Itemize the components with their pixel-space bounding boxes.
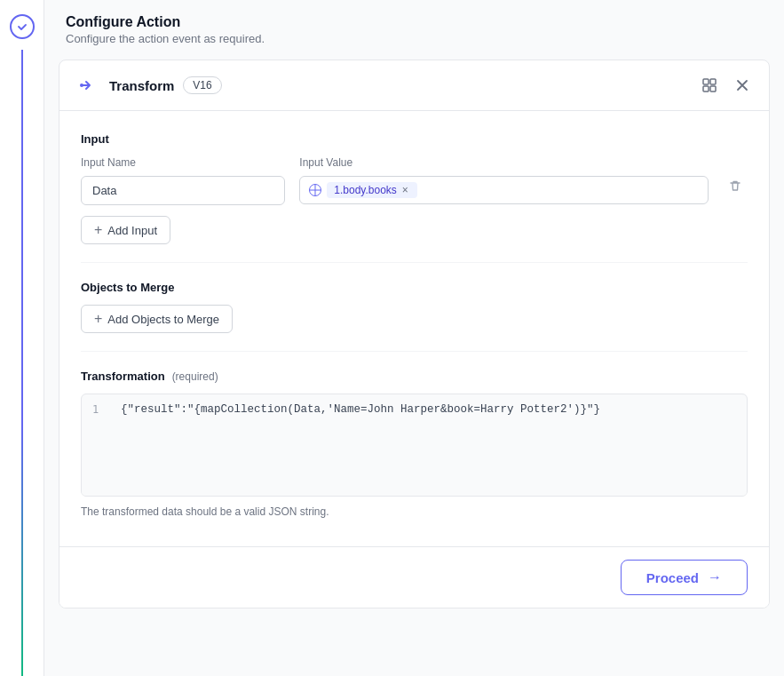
card-body: Input Input Name Input Value 1.body.book… [59, 111, 769, 546]
svg-point-0 [80, 84, 83, 87]
code-editor[interactable]: 1 {"result":"{mapCollection(Data,'Name=J… [81, 394, 748, 497]
delete-input-button[interactable] [723, 174, 748, 199]
add-input-button[interactable]: + Add Input [81, 216, 170, 244]
proceed-arrow-icon: → [708, 569, 722, 585]
line-number: 1 [92, 403, 110, 416]
page-title: Configure Action [66, 14, 763, 30]
input-row: Input Name Input Value 1.body.books × [81, 156, 748, 205]
objects-section-label: Objects to Merge [81, 281, 748, 294]
code-line-1: 1 {"result":"{mapCollection(Data,'Name=J… [82, 394, 747, 425]
transform-icon [75, 73, 100, 98]
transform-card: Transform V16 [59, 60, 770, 608]
page-subtitle: Configure the action event as required. [66, 32, 763, 45]
value-tag: 1.body.books × [327, 182, 417, 198]
transformation-label: Transformation [81, 370, 165, 383]
add-icon: + [94, 222, 102, 238]
divider-2 [81, 351, 748, 352]
card-header: Transform V16 [59, 60, 769, 111]
objects-section: Objects to Merge + Add Objects to Merge [81, 281, 748, 333]
input-name-group: Input Name [81, 156, 285, 205]
code-editor-empty-space [82, 425, 747, 496]
input-name-field[interactable] [81, 176, 285, 205]
svg-rect-4 [710, 86, 716, 91]
card-header-right [698, 74, 753, 97]
divider-1 [81, 262, 748, 263]
transformation-hint: The transformed data should be a valid J… [81, 505, 748, 518]
page-header: Configure Action Configure the action ev… [44, 0, 784, 52]
proceed-label: Proceed [646, 570, 699, 585]
expand-button[interactable] [698, 74, 721, 97]
input-section: Input Input Name Input Value 1.body.book… [81, 132, 748, 244]
add-input-label: Add Input [107, 224, 157, 237]
add-objects-icon: + [94, 311, 102, 327]
sidebar-step-indicator [10, 14, 35, 39]
value-tag-close-button[interactable]: × [400, 185, 410, 195]
sidebar-progress-line [21, 50, 23, 676]
add-objects-button[interactable]: + Add Objects to Merge [81, 305, 233, 333]
svg-rect-1 [703, 79, 709, 84]
proceed-button[interactable]: Proceed → [621, 560, 748, 595]
card-header-left: Transform V16 [75, 73, 222, 98]
input-value-group: Input Value 1.body.books × [299, 156, 709, 204]
globe-icon [309, 184, 321, 196]
transformation-section: Transformation (required) 1 {"result":"{… [81, 370, 748, 518]
input-name-label: Input Name [81, 156, 285, 169]
input-value-wrapper[interactable]: 1.body.books × [299, 176, 709, 204]
transformation-label-row: Transformation (required) [81, 370, 748, 383]
card-title: Transform [109, 78, 174, 93]
value-tag-text: 1.body.books [334, 184, 397, 196]
svg-rect-3 [703, 86, 709, 91]
required-badge: (required) [172, 370, 218, 383]
add-objects-label: Add Objects to Merge [107, 313, 219, 326]
svg-rect-2 [710, 79, 716, 84]
input-value-label: Input Value [299, 156, 709, 169]
code-content: {"result":"{mapCollection(Data,'Name=Joh… [121, 403, 600, 416]
version-badge: V16 [183, 76, 221, 94]
close-button[interactable] [732, 75, 753, 96]
card-footer: Proceed → [59, 546, 769, 608]
sidebar [0, 0, 44, 676]
input-section-label: Input [81, 132, 748, 146]
main-content: Configure Action Configure the action ev… [44, 0, 784, 676]
